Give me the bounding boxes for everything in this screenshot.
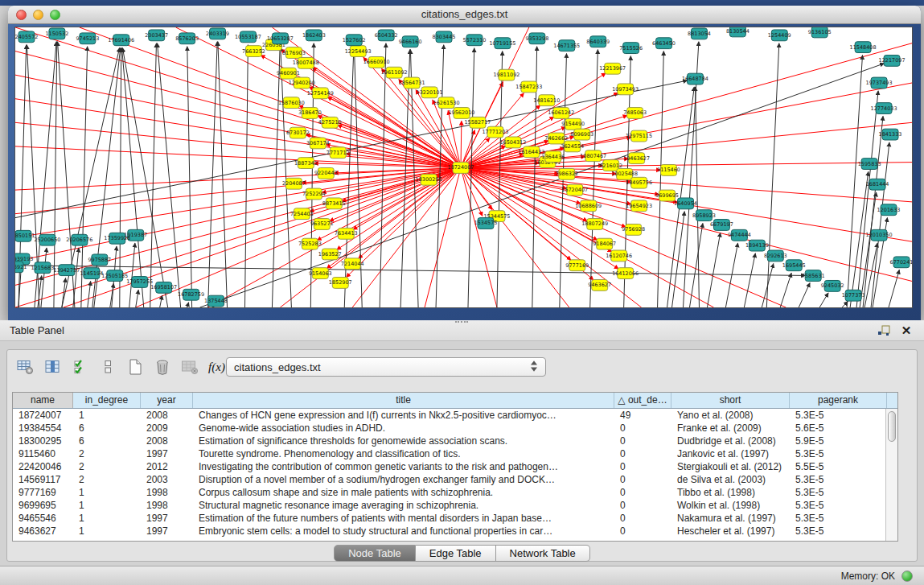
network-node-label: 8096903	[570, 131, 593, 138]
function-builder-button[interactable]: f(x)	[205, 356, 228, 379]
network-edge[interactable]	[150, 43, 157, 307]
select-columns-button[interactable]	[68, 356, 92, 379]
scrollbar-thumb[interactable]	[888, 411, 896, 442]
network-edge[interactable]	[425, 167, 461, 307]
cell-pagerank: 5.9E-5	[790, 435, 887, 447]
table-row[interactable]: 1830029562008Estimation of significance …	[13, 435, 897, 447]
network-edge[interactable]	[73, 248, 79, 307]
network-edge[interactable]	[850, 171, 869, 307]
column-header-title[interactable]: title	[193, 393, 614, 408]
close-button[interactable]	[16, 10, 27, 20]
table-mode-button[interactable]	[14, 356, 37, 379]
network-edge[interactable]	[744, 253, 755, 307]
float-panel-icon[interactable]	[876, 323, 892, 338]
table-header-row: namein_degreeyeartitle△ out_de…shortpage…	[13, 393, 897, 409]
vertical-scrollbar[interactable]	[885, 409, 897, 541]
create-column-button[interactable]	[123, 356, 146, 379]
cell-out_de: 0	[614, 499, 671, 512]
network-node-label: 17691406	[108, 37, 134, 43]
network-edge[interactable]	[326, 167, 461, 268]
network-edge[interactable]	[762, 263, 773, 307]
column-header-year[interactable]: year	[141, 393, 193, 408]
tab-network-table[interactable]: Network Table	[496, 545, 590, 562]
network-edge[interactable]	[658, 51, 664, 307]
network-edge[interactable]	[337, 167, 461, 249]
table-row[interactable]: 1872400712008Changes of HCN gene express…	[13, 409, 897, 422]
network-edge[interactable]	[780, 273, 791, 307]
network-edge[interactable]	[15, 27, 461, 167]
tab-edge-table[interactable]: Edge Table	[416, 545, 496, 562]
network-edge[interactable]	[461, 121, 462, 167]
network-edge[interactable]	[15, 167, 461, 213]
memory-status-indicator[interactable]	[901, 571, 913, 582]
network-edge[interactable]	[120, 48, 121, 307]
network-edge[interactable]	[187, 47, 192, 307]
network-node-label: 10653287	[267, 35, 294, 42]
network-node-label: 19562010	[449, 109, 475, 116]
network-node-label: 1681444	[866, 181, 889, 187]
table-row[interactable]: 911546021997Tourette syndrome. Phenomeno…	[13, 447, 897, 460]
network-edge[interactable]	[560, 54, 567, 307]
table-row[interactable]: 1938455462009Genome-wide association stu…	[13, 422, 897, 435]
cell-name: 9115460	[13, 447, 73, 460]
network-edge[interactable]	[88, 281, 91, 307]
network-node-label: 2403319	[206, 31, 229, 37]
network-edge[interactable]	[461, 167, 497, 307]
delete-column-button[interactable]	[150, 356, 174, 379]
network-edge[interactable]	[461, 167, 569, 307]
cell-year: 2008	[141, 435, 193, 447]
delete-table-button[interactable]	[178, 356, 201, 379]
cell-year: 2003	[141, 473, 193, 486]
cell-pagerank: 5.3E-5	[790, 473, 887, 486]
network-edge[interactable]	[187, 303, 189, 307]
cell-name: 9777169	[13, 486, 73, 499]
network-edge[interactable]	[799, 283, 810, 307]
network-node-label: 5572310	[463, 37, 487, 43]
table-row[interactable]: 946362711997Embryonic stem cells: a mode…	[13, 525, 897, 538]
network-edge[interactable]	[129, 243, 135, 307]
show-columns-button[interactable]	[41, 356, 64, 379]
cell-name: 9699695	[13, 499, 73, 512]
cell-title: Genome-wide association studies in ADHD.	[193, 422, 614, 435]
network-edge[interactable]	[461, 122, 912, 167]
network-node-label: 9756928	[622, 226, 645, 233]
network-node-label: 1841333	[879, 131, 902, 138]
network-node-label: 6463450	[652, 40, 676, 47]
close-panel-icon[interactable]: ✕	[898, 323, 914, 338]
zoom-button[interactable]	[50, 10, 60, 20]
status-bar: Memory: OK	[0, 566, 924, 585]
column-header-name[interactable]: name	[13, 393, 73, 408]
network-edge[interactable]	[707, 233, 720, 307]
column-header-out_de[interactable]: △ out_de…	[614, 393, 671, 408]
cell-short: Stergiakouli et al. (2012)	[671, 460, 790, 473]
table-body: 1872400712008Changes of HCN gene express…	[13, 409, 897, 538]
table-row[interactable]: 1456911722003Disruption of a novel membe…	[13, 473, 897, 486]
network-node-label: 1534575	[474, 220, 498, 227]
cell-year: 1997	[141, 512, 193, 525]
network-node-label: 15876030	[278, 100, 305, 106]
network-edge[interactable]	[725, 243, 737, 307]
table-row[interactable]: 946554611997Estimation of the future num…	[13, 512, 897, 525]
table-row[interactable]: 2242004622012Investigating the contribut…	[13, 460, 897, 473]
network-node-label: 1894139	[745, 242, 769, 249]
network-edge[interactable]	[136, 290, 138, 307]
panel-resize-handle[interactable]	[455, 321, 468, 325]
column-header-in_degree[interactable]: in_degree	[73, 393, 141, 408]
minimize-button[interactable]	[33, 10, 43, 20]
network-file-select[interactable]: citations_edges.txt	[226, 357, 546, 377]
network-edge[interactable]	[15, 122, 461, 167]
network-edge[interactable]	[819, 293, 828, 307]
network-window-titlebar[interactable]: citations_edges.txt	[8, 6, 921, 24]
toggle-rows-button[interactable]	[96, 356, 119, 379]
network-node-label: 19811092	[493, 72, 519, 78]
network-node-label: 8813054	[688, 31, 711, 37]
column-header-pagerank[interactable]: pagerank	[790, 393, 887, 408]
table-row[interactable]: 977716911998Corpus callosum shape and si…	[13, 486, 897, 499]
network-edge[interactable]	[15, 80, 688, 218]
column-header-short[interactable]: short	[671, 393, 790, 408]
network-canvas[interactable]: 1872400722605818176903180074889460901129…	[14, 27, 913, 308]
network-edge[interactable]	[352, 167, 461, 307]
table-row[interactable]: 969969511998Structural magnetic resonanc…	[13, 499, 897, 512]
network-edge[interactable]	[689, 223, 702, 307]
tab-node-table[interactable]: Node Table	[334, 545, 416, 562]
